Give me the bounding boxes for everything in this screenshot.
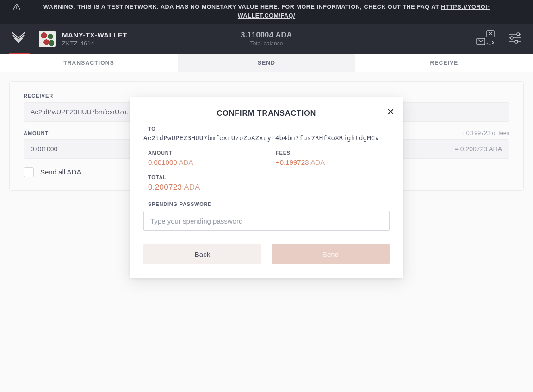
back-button[interactable]: Back xyxy=(143,244,261,264)
modal-overlay: CONFIRM TRANSACTION × TO Ae2tdPwUPEZ3HUU… xyxy=(0,0,533,392)
modal-total-value: 0.200723ADA xyxy=(148,183,385,192)
modal-fees-label: FEES xyxy=(276,150,385,156)
close-icon[interactable]: × xyxy=(387,106,394,118)
spending-password-input[interactable] xyxy=(143,211,390,231)
modal-amount-value: 0.001000ADA xyxy=(148,158,257,166)
modal-title: CONFIRM TRANSACTION xyxy=(143,109,390,118)
modal-to-label: TO xyxy=(148,126,385,131)
modal-to-address: Ae2tdPwUPEZ3HUU7bmfexrUzoZpAZxuyt4b4bn7f… xyxy=(143,134,390,142)
modal-amount-label: AMOUNT xyxy=(148,150,257,156)
modal-fees-value: +0.199723ADA xyxy=(276,158,385,166)
spending-password-label: SPENDING PASSWORD xyxy=(143,201,390,207)
confirm-transaction-modal: CONFIRM TRANSACTION × TO Ae2tdPwUPEZ3HUU… xyxy=(130,97,403,278)
send-button[interactable]: Send xyxy=(272,244,390,264)
modal-total-label: TOTAL xyxy=(148,174,385,180)
